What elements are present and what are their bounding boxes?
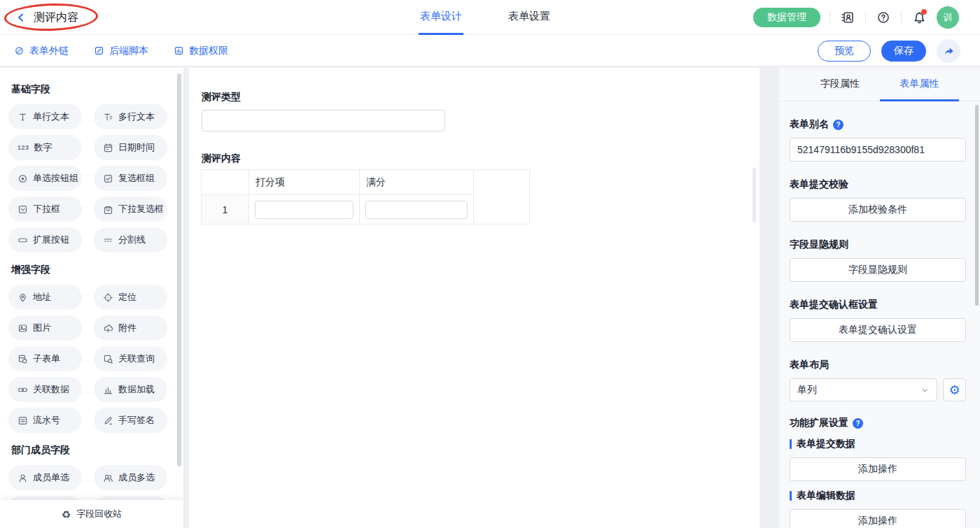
sidebar-scrollbar[interactable] (177, 73, 181, 466)
data-permission-button[interactable]: 数据权限 (174, 45, 228, 57)
field-recycle-bin-button[interactable]: ♻ 字段回收站 (0, 500, 183, 528)
tab-form-design[interactable]: 表单设计 (419, 0, 463, 35)
member-single-icon (18, 473, 28, 483)
field-item-number[interactable]: 123数字 (8, 135, 82, 160)
notification-bell-icon[interactable] (911, 9, 927, 26)
eval-content-subtable: 打分项 满分 1 (201, 169, 530, 224)
tab-field-properties[interactable]: 字段属性 (800, 68, 880, 101)
submit-data-add-action-button[interactable]: 添加操作 (790, 457, 966, 481)
field-item-divider[interactable]: 分割线 (94, 227, 167, 252)
field-item-attachment[interactable]: 附件 (94, 315, 167, 341)
field-item-image[interactable]: 图片 (8, 315, 82, 341)
share-button[interactable] (937, 39, 960, 63)
data-permission-icon (174, 45, 184, 56)
field-item-datetime[interactable]: 日期时间 (94, 135, 167, 160)
field-item-label: 数字 (34, 141, 52, 154)
field-item-member-single[interactable]: 成员单选 (8, 465, 82, 490)
submit-validation-label: 表单提交校验 (790, 178, 966, 191)
field-item-extend-button[interactable]: 扩展按钮 (8, 227, 82, 252)
form-external-link-button[interactable]: 表单外链 (14, 45, 69, 57)
toolbar-links: 表单外链 后端脚本 数据权限 (14, 35, 228, 66)
subtable-actions-cell (474, 170, 530, 224)
field-item-single-line-text[interactable]: 单行文本 (8, 104, 82, 129)
properties-tabs: 字段属性 表单属性 (779, 68, 980, 101)
properties-panel: 字段属性 表单属性 表单别名 表单提交校验 添加校验条件 字段显隐规则 字段显隐… (779, 68, 980, 528)
back-navigation[interactable]: 测评内容 (15, 0, 78, 35)
field-item-label: 分割线 (118, 234, 146, 246)
chevron-down-icon (920, 385, 930, 395)
add-validation-button[interactable]: 添加校验条件 (790, 198, 966, 222)
form-design-canvas[interactable]: 测评类型 测评内容 打分项 满分 1 (189, 68, 760, 528)
field-item-multi-line-text[interactable]: 多行文本 (94, 104, 167, 129)
field-item-member-multi[interactable]: 成员多选 (94, 465, 167, 490)
field-item-label: 流水号 (33, 414, 60, 427)
eval-type-input[interactable] (202, 110, 445, 131)
tab-form-properties[interactable]: 表单属性 (880, 68, 960, 101)
full-score-input[interactable] (365, 201, 468, 219)
preview-button[interactable]: 预览 (818, 41, 871, 62)
field-item-multi-select[interactable]: 下拉复选框 (94, 197, 167, 222)
share-arrow-icon (943, 45, 955, 57)
toolbar-actions: 预览 保存 (818, 35, 960, 66)
canvas-field-label-eval-type: 测评类型 (202, 91, 241, 104)
submit-confirm-button[interactable]: 表单提交确认设置 (790, 318, 966, 342)
script-icon (94, 45, 104, 56)
recycle-bin-label: 字段回收站 (76, 508, 122, 520)
contacts-book-icon[interactable] (839, 9, 856, 26)
data-manage-button[interactable]: 数据管理 (753, 8, 820, 27)
field-item-checkbox-group[interactable]: 复选框组 (94, 166, 167, 191)
field-item-data-load[interactable]: 数据加载 (94, 377, 167, 402)
field-item-label: 手写签名 (118, 414, 155, 427)
header-actions: 数据管理 训 (753, 0, 959, 35)
bar-chart-icon (103, 385, 113, 395)
field-item-address[interactable]: 地址 (8, 285, 82, 310)
field-item-subform[interactable]: 子表单 (8, 346, 82, 371)
field-item-label: 单行文本 (33, 110, 69, 123)
toolbar-link-label: 数据权限 (189, 45, 228, 57)
tab-form-settings[interactable]: 表单设置 (507, 0, 552, 35)
related-data-icon (18, 385, 28, 395)
divider (830, 12, 830, 23)
help-question-icon[interactable] (853, 418, 863, 429)
subtable-header-score-item: 打分项 (249, 170, 360, 195)
radio-icon (18, 173, 28, 184)
form-alias-input[interactable] (790, 138, 966, 162)
calendar-icon (103, 143, 113, 153)
field-item-signature[interactable]: 手写签名 (94, 408, 167, 433)
field-item-label: 关联数据 (33, 383, 69, 396)
title-dashed-underline (34, 29, 76, 29)
multi-select-icon (103, 204, 113, 215)
header-tabs: 表单设计 表单设置 (419, 0, 552, 35)
field-item-serial-number[interactable]: 流水号 (8, 408, 82, 433)
field-item-locate[interactable]: 定位 (94, 285, 167, 310)
save-button[interactable]: 保存 (881, 41, 926, 62)
cloud-upload-icon (103, 323, 113, 334)
form-layout-select[interactable]: 单列 (790, 378, 937, 401)
recycle-icon: ♻ (62, 509, 71, 520)
field-item-select[interactable]: 下拉框 (8, 197, 82, 222)
layout-settings-button[interactable]: ⚙ (943, 378, 966, 401)
field-item-label: 成员多选 (118, 471, 155, 484)
page-title: 测评内容 (34, 10, 78, 25)
checkbox-icon (103, 173, 113, 184)
field-item-label: 扩展按钮 (33, 234, 69, 246)
score-item-input[interactable] (255, 201, 354, 219)
backend-script-button[interactable]: 后端脚本 (94, 45, 148, 57)
subtable-header-full-score: 满分 (360, 170, 474, 195)
field-item-radio-group[interactable]: 单选按钮组 (8, 166, 82, 191)
help-question-icon[interactable] (833, 120, 844, 130)
field-item-related-query[interactable]: 关联查询 (94, 346, 167, 371)
panel-scrollbar[interactable] (975, 105, 979, 306)
canvas-scrollbar[interactable] (752, 168, 756, 222)
field-item-label: 附件 (118, 322, 136, 334)
field-item-related-data[interactable]: 关联数据 (8, 377, 82, 402)
field-item-label: 日期时间 (118, 141, 155, 154)
edit-data-add-action-button[interactable]: 添加操作 (790, 509, 966, 528)
top-header: 测评内容 表单设计 表单设置 数据管理 训 (0, 0, 980, 35)
number-123-icon: 123 (18, 144, 29, 151)
field-visibility-label: 字段显隐规则 (790, 238, 966, 251)
help-icon[interactable] (875, 9, 892, 26)
field-visibility-button[interactable]: 字段显隐规则 (790, 258, 966, 282)
avatar[interactable]: 训 (937, 6, 959, 29)
form-layout-value: 单列 (797, 384, 817, 397)
